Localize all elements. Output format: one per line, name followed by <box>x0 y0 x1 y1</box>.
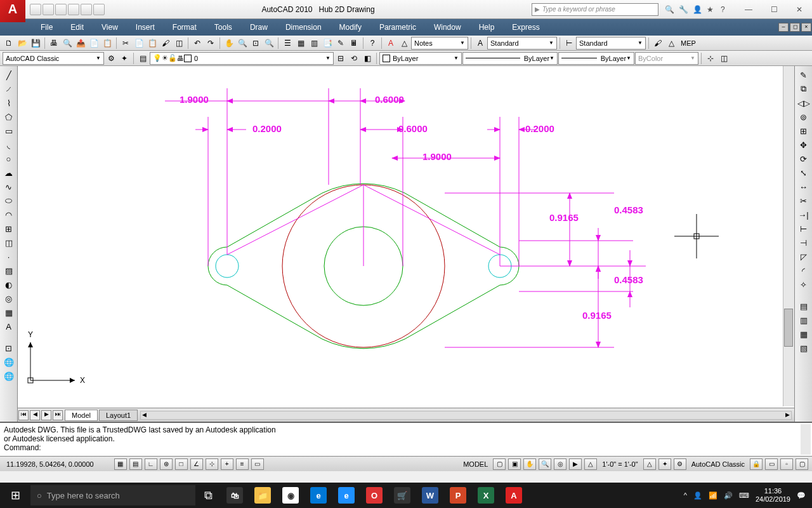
vertical-scrollbar[interactable] <box>783 66 794 406</box>
qat-print[interactable] <box>93 4 105 15</box>
layer-select[interactable]: 💡 ☀ 🔓 🖶 0▼ <box>150 52 334 65</box>
break-icon[interactable]: ⊢ <box>796 222 811 235</box>
workspace-readout[interactable]: AutoCAD Classic <box>689 460 747 468</box>
annoauto-icon[interactable]: ✦ <box>658 458 671 470</box>
menu-format[interactable]: Format <box>164 19 206 36</box>
tray-vol-icon[interactable]: 🔊 <box>724 491 733 500</box>
tray-net-icon[interactable]: 📶 <box>709 491 717 500</box>
extend-icon[interactable]: →| <box>796 208 811 221</box>
3d-icon[interactable]: ◫ <box>717 52 730 65</box>
qat-save[interactable] <box>55 4 67 15</box>
publish-icon[interactable]: 📤 <box>74 37 87 50</box>
taskbar-store[interactable]: 🛍 <box>221 483 249 508</box>
stretch-icon[interactable]: ↔ <box>796 180 811 193</box>
annoscale-icon[interactable]: △ <box>584 458 597 470</box>
pan2-icon[interactable]: ✋ <box>523 458 536 470</box>
pline-icon[interactable]: ⌇ <box>1 97 16 109</box>
action-center-icon[interactable]: 💬 <box>797 491 806 500</box>
menu-help[interactable]: Help <box>470 19 504 36</box>
join-icon[interactable]: ⊣ <box>796 236 811 249</box>
pal2-icon[interactable]: ▥ <box>796 314 811 326</box>
help-icon[interactable]: ? <box>721 5 730 14</box>
model-tab[interactable]: Model <box>65 410 98 421</box>
showmotion-icon[interactable]: ▶ <box>569 458 582 470</box>
clean-icon[interactable]: ▢ <box>796 458 808 470</box>
command-line[interactable]: Autodesk DWG. This file is a TrustedDWG … <box>0 422 812 456</box>
ws-settings-icon[interactable]: ⚙ <box>105 52 117 65</box>
xref-icon[interactable]: ⊡ <box>1 342 16 354</box>
taskbar-search[interactable]: ○ Type here to search <box>30 485 195 505</box>
sheet-icon[interactable]: 📋 <box>101 37 114 50</box>
taskbar-clock[interactable]: 11:36 24/02/2019 <box>756 487 790 504</box>
open-icon[interactable]: 📂 <box>16 37 29 50</box>
gradient-icon[interactable]: ◐ <box>1 278 16 291</box>
plot-icon[interactable]: 📄 <box>88 37 100 50</box>
taskbar-chrome[interactable]: ◉ <box>277 483 304 508</box>
help-search[interactable]: ▶Type a keyword or phrase <box>532 3 658 16</box>
task-view-icon[interactable]: ⧉ <box>195 483 221 508</box>
menu-express[interactable]: Express <box>503 19 548 36</box>
menu-edit[interactable]: Edit <box>62 19 93 36</box>
model-indicator[interactable]: MODEL <box>461 460 490 468</box>
menu-insert[interactable]: Insert <box>127 19 164 36</box>
dimstyle-select[interactable]: Standard▼ <box>576 37 646 50</box>
annovis-icon[interactable]: △ <box>643 458 656 470</box>
color-select[interactable]: ByLayer▼ <box>379 52 462 65</box>
tray-lang-icon[interactable]: ⌨ <box>739 491 749 500</box>
block-icon[interactable]: ◫ <box>173 37 185 50</box>
zoom-win-icon[interactable]: ⊡ <box>249 37 262 50</box>
print-icon[interactable]: 🖶 <box>48 37 60 50</box>
binoculars-icon[interactable]: 🔍 <box>665 5 674 14</box>
dyn-toggle[interactable]: + <box>221 458 233 470</box>
ws-gear-icon[interactable]: ⚙ <box>674 458 686 470</box>
close-button[interactable]: ✕ <box>787 1 812 18</box>
bolt-hole-left[interactable] <box>216 255 239 277</box>
ortho-toggle[interactable]: ∟ <box>145 458 157 470</box>
arc-icon[interactable]: ◟ <box>1 138 16 151</box>
hardware-icon[interactable]: ▭ <box>765 458 778 470</box>
taskbar-word[interactable]: W <box>416 483 444 508</box>
explode-icon[interactable]: ✧ <box>796 278 811 291</box>
ssm-icon[interactable]: 📑 <box>321 37 334 50</box>
copy-icon[interactable]: 📄 <box>133 37 145 50</box>
tool-pal-icon[interactable]: ▥ <box>308 37 320 50</box>
zoom2-icon[interactable]: 🔍 <box>539 458 551 470</box>
layer-state-icon[interactable]: ⊟ <box>334 52 347 65</box>
tab-prev[interactable]: ◀ <box>30 410 40 420</box>
plotstyle-select[interactable]: ByColor▼ <box>635 52 698 65</box>
anno-scale-icon[interactable]: △ <box>398 37 410 50</box>
taskbar-edge[interactable]: e <box>304 483 332 508</box>
cmd-prompt[interactable]: Command: <box>4 443 808 452</box>
make-block-icon[interactable]: ◫ <box>1 236 16 249</box>
qat-new[interactable] <box>30 4 41 15</box>
tab-last[interactable]: ⏭ <box>53 410 63 420</box>
xline-icon[interactable]: ⟋ <box>1 83 16 95</box>
circle-icon[interactable]: ○ <box>1 152 16 165</box>
scale-readout[interactable]: 1'-0" = 1'-0" <box>599 460 640 468</box>
erase-icon[interactable]: ✎ <box>796 69 811 81</box>
menu-modify[interactable]: Modify <box>331 19 370 36</box>
layout-quick-icon[interactable]: ▢ <box>493 458 506 470</box>
brush-icon[interactable]: 🖌 <box>652 37 664 50</box>
ws-my-icon[interactable]: ✦ <box>118 52 131 65</box>
world-icon[interactable]: 🌐 <box>1 356 16 368</box>
app-logo[interactable]: A <box>0 0 25 22</box>
mep-icon[interactable]: △ <box>665 37 678 50</box>
tangent-tr[interactable] <box>363 185 500 255</box>
textstyle-select[interactable]: Standard▼ <box>487 37 557 50</box>
dc-icon[interactable]: ▦ <box>294 37 307 50</box>
region-icon[interactable]: ◎ <box>1 292 16 305</box>
scale-icon[interactable]: ⤡ <box>796 166 811 179</box>
lwt-toggle[interactable]: ≡ <box>236 458 249 470</box>
dimstyle-icon[interactable]: ⊢ <box>563 37 575 50</box>
help2-icon[interactable]: ? <box>366 37 379 50</box>
anno-style-select[interactable]: Notes▼ <box>411 37 468 50</box>
new-icon[interactable]: 🗋 <box>3 37 15 50</box>
layer-iso-icon[interactable]: ◧ <box>361 52 374 65</box>
anno-a-icon[interactable]: A <box>384 37 397 50</box>
world2-icon[interactable]: 🌐 <box>1 370 16 382</box>
ellipse-arc-icon[interactable]: ◠ <box>1 208 16 221</box>
otrack-toggle[interactable]: ∠ <box>190 458 203 470</box>
taskbar-autocad[interactable]: A <box>500 483 528 508</box>
undo-icon[interactable]: ↶ <box>191 37 204 50</box>
